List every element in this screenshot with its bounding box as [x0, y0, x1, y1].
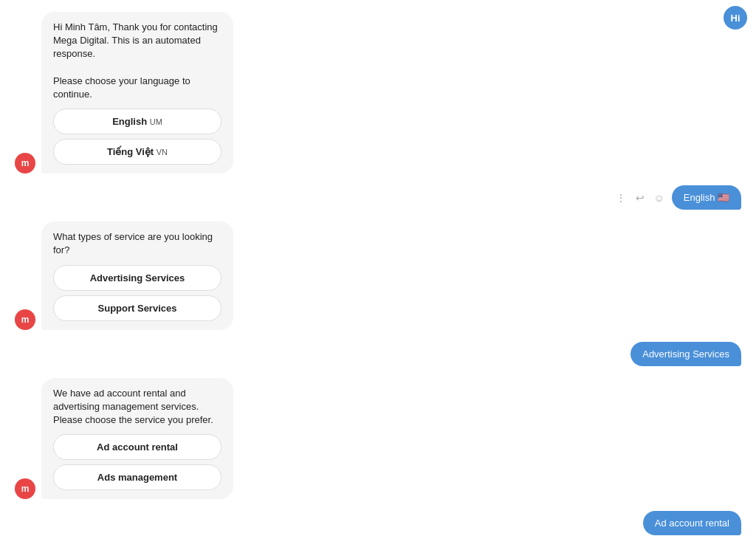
- bot-message-ad: m We have ad account rental and advertis…: [15, 378, 741, 500]
- user-advertising-bubble: Advertising Services: [630, 342, 741, 366]
- bot-avatar: m: [15, 153, 35, 173]
- ad-question-text: We have ad account rental and advertisin…: [53, 387, 221, 427]
- user-ad-rental-row: Ad account rental: [15, 511, 741, 535]
- service-question-text: What types of service are you looking fo…: [53, 230, 221, 257]
- more-icon[interactable]: ⋮: [613, 190, 629, 206]
- message-actions: ⋮ ↩ ☺: [613, 190, 667, 206]
- support-services-btn[interactable]: Support Services: [53, 295, 221, 321]
- greeting-text: Hi Minh Tâm, Thank you for contacting Me…: [53, 21, 221, 101]
- bot-message-service: m What types of service are you looking …: [15, 221, 741, 329]
- user-advertising-row: Advertising Services: [15, 342, 741, 366]
- ad-account-rental-btn[interactable]: Ad account rental: [53, 434, 221, 460]
- reply-icon[interactable]: ↩: [632, 190, 648, 206]
- user-ad-rental-bubble: Ad account rental: [643, 511, 741, 535]
- advertising-services-btn[interactable]: Advertising Services: [53, 265, 221, 291]
- bot-avatar-2: m: [15, 309, 35, 330]
- hi-bubble: Hi: [724, 6, 747, 30]
- english-option-btn[interactable]: English UM: [53, 109, 221, 134]
- ad-bubble: We have ad account rental and advertisin…: [41, 378, 233, 500]
- greeting-bubble: Hi Minh Tâm, Thank you for contacting Me…: [41, 12, 233, 173]
- user-english-bubble: English 🇺🇸: [672, 185, 741, 210]
- emoji-icon[interactable]: ☺: [651, 190, 667, 206]
- bot-message-greeting: m Hi Minh Tâm, Thank you for contacting …: [15, 12, 741, 173]
- service-bubble: What types of service are you looking fo…: [41, 221, 233, 329]
- bot-avatar-3: m: [15, 478, 35, 499]
- user-english-row: ⋮ ↩ ☺ English 🇺🇸: [15, 185, 741, 210]
- vietnamese-option-btn[interactable]: Tiếng Việt VN: [53, 139, 221, 165]
- ads-management-btn[interactable]: Ads management: [53, 464, 221, 490]
- chat-container: m Hi Minh Tâm, Thank you for contacting …: [0, 0, 756, 536]
